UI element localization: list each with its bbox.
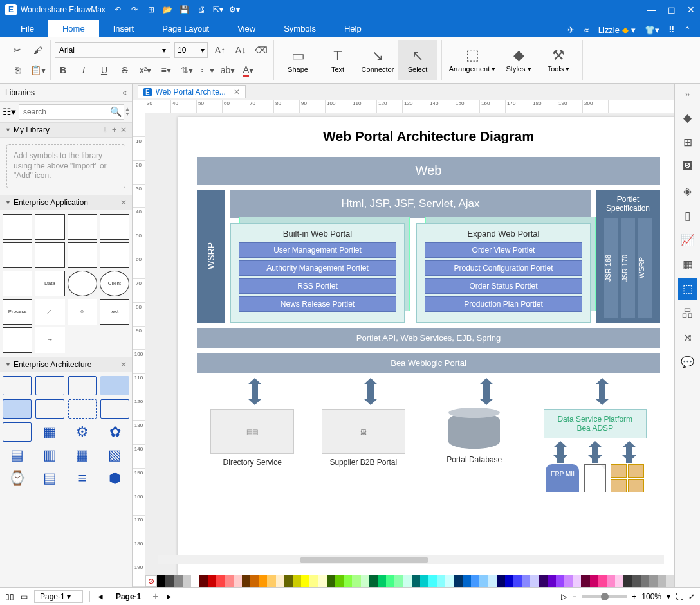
tab-help[interactable]: Help xyxy=(330,20,376,37)
close-section-icon[interactable]: ✕ xyxy=(120,125,127,134)
shape-item[interactable] xyxy=(3,422,32,442)
color-swatch[interactable] xyxy=(174,575,182,587)
zoom-out-icon[interactable]: − xyxy=(572,592,576,601)
color-swatch[interactable] xyxy=(318,575,327,587)
color-swatch[interactable] xyxy=(454,575,463,587)
color-swatch[interactable] xyxy=(471,575,479,587)
shape-item[interactable]: ▦ xyxy=(35,422,64,442)
strike-icon[interactable]: S xyxy=(116,62,133,78)
tab-page-layout[interactable]: Page Layout xyxy=(148,20,223,37)
print-icon[interactable]: 🖨 xyxy=(196,5,207,14)
shape-item[interactable] xyxy=(68,242,97,268)
color-swatch[interactable] xyxy=(581,575,589,587)
open-icon[interactable]: 📂 xyxy=(162,5,174,14)
superscript-icon[interactable]: x²▾ xyxy=(137,62,154,78)
library-menu-icon[interactable]: ☷▾ xyxy=(3,106,16,118)
shape-item[interactable]: ▧ xyxy=(100,446,129,465)
shape-item[interactable] xyxy=(68,376,97,395)
color-swatch[interactable] xyxy=(649,575,658,587)
portal-database[interactable]: Portal Database xyxy=(432,409,516,464)
color-swatch[interactable] xyxy=(573,575,581,587)
color-swatch[interactable] xyxy=(352,575,360,587)
color-swatch[interactable] xyxy=(488,575,496,587)
styles-button[interactable]: ◆Styles ▾ xyxy=(499,40,539,80)
color-swatch[interactable] xyxy=(301,575,309,587)
color-swatch[interactable] xyxy=(513,575,522,587)
section-enterprise-arch[interactable]: Enterprise Architecture xyxy=(14,360,91,369)
theme-icon[interactable]: 👕▾ xyxy=(645,25,659,35)
api-box[interactable]: Portlet API, Web Services, EJB, Spring xyxy=(197,328,660,348)
shape-item[interactable] xyxy=(3,214,32,240)
color-swatch[interactable] xyxy=(598,575,607,587)
paste-icon[interactable]: 📋▾ xyxy=(30,62,46,78)
color-swatch[interactable] xyxy=(335,575,344,587)
fullscreen-icon[interactable]: ⤢ xyxy=(688,592,695,601)
color-swatch[interactable] xyxy=(191,575,199,587)
color-swatch[interactable] xyxy=(539,575,547,587)
color-swatch[interactable] xyxy=(548,575,556,587)
color-swatch[interactable] xyxy=(666,575,674,587)
zoom-in-icon[interactable]: + xyxy=(632,592,636,601)
arrow-icon[interactable] xyxy=(479,378,493,405)
layers-icon[interactable]: ◈ xyxy=(678,180,697,202)
no-color-icon[interactable]: ⊘ xyxy=(145,575,157,587)
shape-item[interactable]: ⌚ xyxy=(3,469,32,488)
page[interactable]: Web Portal Architecture Diagram Web WSRP… xyxy=(178,117,674,575)
cut-icon[interactable]: ✂ xyxy=(9,42,26,59)
select-button[interactable]: ↖Select xyxy=(398,40,438,80)
color-swatch[interactable] xyxy=(658,575,666,587)
color-swatch[interactable] xyxy=(394,575,403,587)
shape-item[interactable] xyxy=(3,271,32,296)
mylib-title[interactable]: My Library xyxy=(14,125,50,134)
color-swatch[interactable] xyxy=(641,575,649,587)
shape-item[interactable] xyxy=(68,399,97,419)
shape-item[interactable] xyxy=(3,327,32,353)
shape-item[interactable]: text xyxy=(100,299,129,325)
close-icon[interactable]: ✕ xyxy=(687,5,695,15)
shape-item[interactable] xyxy=(3,376,32,395)
arrow-icon[interactable] xyxy=(595,378,609,405)
shape-item[interactable]: Process xyxy=(3,299,32,325)
color-swatch[interactable] xyxy=(403,575,411,587)
shape-item[interactable]: ☺ xyxy=(68,299,97,325)
document-icon[interactable] xyxy=(584,464,606,492)
copy-icon[interactable]: ⎘ xyxy=(9,62,26,78)
align-icon[interactable]: ≡▾ xyxy=(158,62,174,78)
color-swatch[interactable] xyxy=(284,575,293,587)
maximize-icon[interactable]: ◻ xyxy=(668,5,676,15)
shuffle-icon[interactable]: ⤭ xyxy=(678,327,697,348)
color-swatch[interactable] xyxy=(344,575,352,587)
apps-icon[interactable]: ⠿ xyxy=(668,25,675,35)
color-swatch[interactable] xyxy=(420,575,428,587)
comment-icon[interactable]: 💬 xyxy=(678,351,697,373)
shape-item[interactable] xyxy=(3,399,32,419)
share-icon[interactable]: ∝ xyxy=(584,25,589,35)
export-icon[interactable]: ⇱▾ xyxy=(212,5,224,14)
color-swatch[interactable] xyxy=(242,575,250,587)
shape-item[interactable] xyxy=(35,376,64,395)
tab-file[interactable]: File xyxy=(6,20,48,37)
image-icon[interactable]: 🖼 xyxy=(678,156,697,177)
page-thumb-icon[interactable]: ▭ xyxy=(21,592,28,601)
color-swatch[interactable] xyxy=(445,575,454,587)
color-swatch[interactable] xyxy=(505,575,513,587)
font-color-icon[interactable]: A▾ xyxy=(240,62,257,78)
color-swatch[interactable] xyxy=(522,575,530,587)
shape-item[interactable]: Data xyxy=(35,271,64,296)
color-swatch[interactable] xyxy=(259,575,267,587)
color-swatch[interactable] xyxy=(183,575,191,587)
expand-panel-icon[interactable]: » xyxy=(685,89,690,104)
portlet-spec-box[interactable]: Portlet Specification JSR 168 JSR 170 WS… xyxy=(596,190,660,323)
close-section-icon[interactable]: ✕ xyxy=(120,198,127,207)
document-tab[interactable]: E Web Portal Archite... ✕ xyxy=(138,85,246,98)
options-icon[interactable]: ⚙▾ xyxy=(229,5,241,14)
presentation-icon[interactable]: ▷ xyxy=(561,592,567,601)
color-swatch[interactable] xyxy=(463,575,471,587)
tab-home[interactable]: Home xyxy=(48,20,99,37)
table-icon[interactable]: ▦ xyxy=(678,253,697,275)
import-icon[interactable]: ⇩ xyxy=(102,125,108,134)
shape-item[interactable]: ⊸ xyxy=(35,327,64,353)
shape-item[interactable]: ▤ xyxy=(3,446,32,465)
color-swatch[interactable] xyxy=(607,575,615,587)
shape-item[interactable]: ⚙ xyxy=(68,422,97,442)
